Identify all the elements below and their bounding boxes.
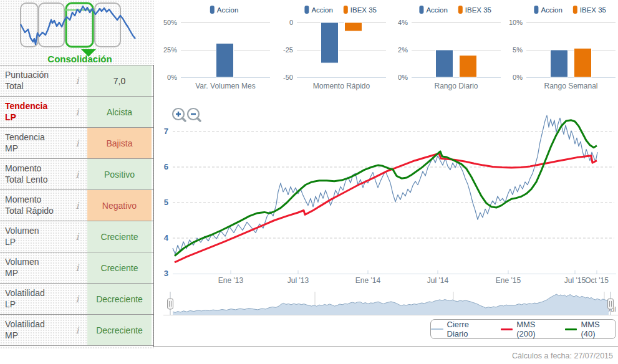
table-row: Volatilidad MPiDecreciente xyxy=(0,315,154,346)
legend-marker-icon xyxy=(419,6,423,14)
chart-navigator[interactable]: Jul '13Jul '14Jul '15 xyxy=(154,287,618,318)
phase-label: Consolidación xyxy=(47,54,112,64)
mini-legend-label: Accion xyxy=(311,6,333,14)
y-tick-label: 10% xyxy=(509,19,523,26)
info-icon[interactable]: i xyxy=(67,284,87,314)
legend-marker-icon xyxy=(458,6,463,14)
bar-accion[interactable] xyxy=(436,50,453,77)
bar-ibex-35[interactable] xyxy=(460,55,477,77)
row-value: Positivo xyxy=(87,159,152,189)
row-label: Puntuación Total xyxy=(0,65,67,96)
table-row: Tendencia MPiBajista xyxy=(0,128,154,159)
y-tick-label: 4% xyxy=(398,19,408,26)
mini-legend-item[interactable]: Accion xyxy=(304,6,333,14)
y-tick-label: 4 xyxy=(164,233,169,242)
nav-area xyxy=(173,294,609,315)
row-label: Volumen LP xyxy=(0,221,67,252)
legend-label: Cierre Diario xyxy=(447,320,491,338)
x-tick-label: Ene '15 xyxy=(496,276,521,285)
info-icon[interactable]: i xyxy=(67,315,87,345)
y-tick-label: 2% xyxy=(398,46,408,54)
x-tick-label: Jul '13 xyxy=(287,276,309,285)
info-icon[interactable]: i xyxy=(67,190,87,221)
bar-accion[interactable] xyxy=(551,50,568,77)
mini-chart-var-volumen-mes: Accion50%25%0%Var. Volumen Mes xyxy=(157,1,273,95)
chart-legend: Cierre DiarioMMS (200)MMS (40) xyxy=(430,319,616,339)
y-tick-label: 0% xyxy=(167,74,177,81)
legend-label: MMS (40) xyxy=(581,320,616,338)
y-tick-label: 0% xyxy=(513,74,523,81)
bar-ibex-35[interactable] xyxy=(345,22,362,31)
legend-line-icon xyxy=(501,328,513,330)
mini-legend-label: Accion xyxy=(426,6,448,14)
table-row: Puntuación Totali7,0 xyxy=(0,65,154,97)
info-icon[interactable]: i xyxy=(67,221,87,252)
mini-chart-rango-diario: AccionIBEX 354%2%0%Rango Diario xyxy=(388,1,503,95)
y-tick-label: 3 xyxy=(164,269,168,278)
mini-chart-title: Rango Diario xyxy=(434,82,478,90)
mini-legend-item[interactable]: Accion xyxy=(534,6,562,14)
table-row: Volatilidad LPiDecreciente xyxy=(0,284,154,315)
info-icon[interactable]: i xyxy=(67,97,87,127)
price-chart: 76543Ene '13Jul '13Ene '14Jul '14Ene '15… xyxy=(154,97,618,287)
summary-panel: Consolidación Puntuación Totali7,0Tenden… xyxy=(0,0,154,349)
y-tick-label: -25 xyxy=(283,46,293,54)
legend-marker-icon xyxy=(304,6,309,14)
y-tick-label: 50% xyxy=(163,19,177,26)
x-tick-label: Jul '15 xyxy=(564,276,586,285)
x-tick-label: Ene '14 xyxy=(355,276,381,285)
info-icon[interactable]: i xyxy=(67,159,87,189)
navigator-handle-left[interactable] xyxy=(168,292,173,315)
mini-legend-label: IBEX 35 xyxy=(465,6,491,14)
y-tick-label: 0 xyxy=(289,19,293,26)
mini-chart-momento-rapido: AccionIBEX 350-25-50Momento Rápido xyxy=(273,1,389,95)
y-tick-label: 7 xyxy=(164,127,168,136)
mini-legend-item[interactable]: Accion xyxy=(419,6,448,14)
info-icon[interactable]: i xyxy=(67,128,87,158)
x-tick-label: Oct '15 xyxy=(585,276,609,285)
mini-legend-item[interactable]: IBEX 35 xyxy=(573,6,606,14)
calculation-date-label: Cálculos a fecha: 27/07/2015 xyxy=(512,352,613,360)
table-row: Volumen MPiCreciente xyxy=(0,252,154,284)
mini-chart-title: Momento Rápido xyxy=(313,82,370,90)
summary-table: Puntuación Totali7,0Tendencia LPiAlcista… xyxy=(0,65,154,346)
info-icon[interactable]: i xyxy=(67,65,87,96)
zoom-out-button[interactable] xyxy=(188,108,200,121)
stock-analysis-dashboard: Consolidación Puntuación Totali7,0Tenden… xyxy=(0,0,618,364)
mini-legend-item[interactable]: IBEX 35 xyxy=(458,6,491,14)
bar-accion[interactable] xyxy=(321,22,339,63)
row-value: Bajista xyxy=(87,128,152,158)
row-value: Creciente xyxy=(87,252,152,283)
mini-legend-label: Accion xyxy=(217,6,239,14)
legend-item[interactable]: MMS (40) xyxy=(565,320,616,338)
mini-legend-label: IBEX 35 xyxy=(580,6,606,14)
mini-legend-item[interactable]: IBEX 35 xyxy=(344,6,377,14)
bar-accion[interactable] xyxy=(216,43,234,77)
info-icon[interactable]: i xyxy=(67,252,87,283)
zoom-in-button[interactable] xyxy=(173,108,185,121)
mini-chart-title: Rango Semanal xyxy=(544,82,597,90)
row-label: Momento Total Rápido xyxy=(0,190,67,221)
legend-marker-icon xyxy=(573,6,577,14)
row-value: Decreciente xyxy=(87,284,152,314)
table-row: Momento Total LentoiPositivo xyxy=(0,159,154,190)
row-value: Creciente xyxy=(87,221,152,252)
legend-line-icon xyxy=(431,328,443,330)
legend-item[interactable]: Cierre Diario xyxy=(431,320,491,338)
bar-ibex-35[interactable] xyxy=(574,48,592,77)
row-label: Momento Total Lento xyxy=(0,159,67,189)
y-tick-label: 5 xyxy=(164,198,168,207)
row-value: Alcista xyxy=(87,97,152,127)
mini-legend-label: Accion xyxy=(541,6,562,14)
x-tick-label: Ene '13 xyxy=(218,276,244,285)
mini-legend-label: IBEX 35 xyxy=(350,6,377,14)
table-row: Tendencia LPiAlcista xyxy=(0,97,154,128)
legend-item[interactable]: MMS (200) xyxy=(501,320,556,338)
row-value: Negativo xyxy=(87,190,152,221)
footer-bar: Cálculos a fecha: 27/07/2015 xyxy=(154,347,618,364)
y-tick-label: 0% xyxy=(398,74,408,81)
row-label: Volumen MP xyxy=(0,252,67,283)
mini-legend-item[interactable]: Accion xyxy=(210,6,239,14)
y-tick-label: -50 xyxy=(283,74,293,81)
row-label: Tendencia LP xyxy=(0,97,67,127)
